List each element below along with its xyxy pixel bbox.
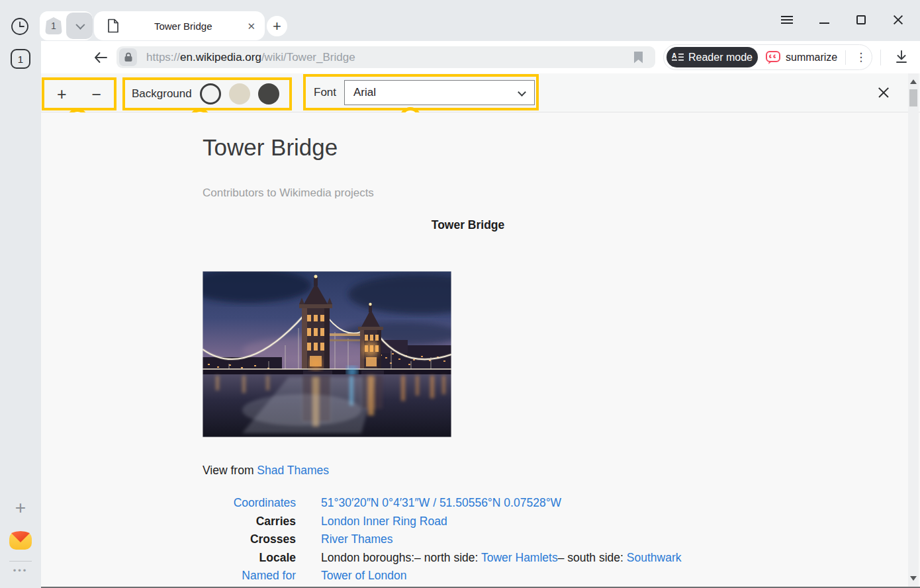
vertical-scrollbar[interactable] — [908, 73, 919, 587]
annotation-box-font: Font Arial — [303, 74, 539, 110]
mail-app-icon[interactable] — [9, 528, 32, 552]
locale-text-1: London boroughs:– north side: — [321, 551, 481, 564]
url-field[interactable]: https://en.wikipedia.org/wiki/Tower_Brid… — [116, 46, 655, 68]
url-scheme: https:// — [146, 51, 180, 63]
download-icon[interactable] — [894, 49, 909, 65]
window-controls — [780, 9, 905, 30]
article-byline: Contributors to Wikimedia projects — [203, 187, 374, 200]
background-label: Background — [132, 87, 192, 101]
link-coordinates[interactable]: Coordinates — [234, 496, 296, 509]
history-clock-icon[interactable] — [11, 17, 29, 36]
reader-toolbar-close-icon[interactable] — [876, 85, 892, 101]
background-swatch-sepia[interactable] — [229, 83, 250, 105]
summarize-label: summarize — [786, 52, 837, 63]
chevron-down-icon — [75, 21, 85, 30]
table-row: Named for Tower of London — [203, 567, 681, 585]
scrollbar-thumb[interactable] — [909, 89, 917, 106]
decrease-font-button[interactable]: − — [91, 86, 101, 103]
background-swatch-light[interactable] — [200, 83, 221, 105]
article-title: Tower Bridge — [203, 134, 338, 161]
sidebar-add-button[interactable]: + — [0, 497, 41, 519]
sidebar-more-icon[interactable]: ••• — [0, 566, 41, 575]
image-caption: View from Shad Thames — [203, 464, 329, 478]
svg-text:A: A — [672, 52, 676, 60]
window-menu-icon[interactable] — [780, 13, 794, 27]
link-shad-thames[interactable]: Shad Thames — [257, 464, 329, 477]
bookmark-icon[interactable] — [633, 52, 643, 63]
browser-window: 1 Tower Bridge ✕ + 1 + — [0, 0, 920, 588]
sidebar-divider — [9, 561, 32, 562]
actions-divider — [845, 50, 846, 65]
annotation-box-font-size: + − — [42, 77, 116, 110]
scroll-up-icon[interactable] — [910, 79, 917, 84]
tab-title: Tower Bridge — [119, 21, 247, 32]
image-caption-text: View from — [203, 464, 257, 477]
reader-toolbar: + − Background Font Arial 1 2 3 — [41, 73, 920, 112]
table-row: Coordinates 51°30′20″N 0°4′31″W / 51.505… — [203, 494, 681, 513]
locale-text-2: – south side: — [558, 551, 627, 564]
summarize-button[interactable]: summarize — [765, 50, 837, 65]
infobox-caption: Tower Bridge — [203, 218, 733, 232]
font-dropdown-value: Arial — [353, 86, 376, 99]
window-minimize-icon[interactable] — [817, 13, 831, 27]
locale-label: Locale — [203, 551, 296, 565]
summarize-quote-icon — [765, 50, 781, 65]
infobox-table: Coordinates 51°30′20″N 0°4′31″W / 51.505… — [203, 494, 681, 585]
link-tower-of-london[interactable]: Tower of London — [321, 569, 406, 582]
reader-mode-icon: A — [672, 52, 684, 62]
url-text[interactable]: https://en.wikipedia.org/wiki/Tower_Brid… — [146, 51, 355, 64]
address-bar: https://en.wikipedia.org/wiki/Tower_Brid… — [41, 41, 920, 73]
back-icon[interactable] — [92, 49, 109, 66]
reader-mode-button[interactable]: A Reader mode — [667, 47, 758, 67]
link-southwark[interactable]: Southwark — [627, 551, 682, 564]
carries-label: Carries — [203, 515, 296, 528]
toolbar-divider — [880, 50, 881, 65]
chevron-down-icon — [518, 88, 526, 97]
sidebar: 1 + ••• — [0, 41, 41, 588]
reader-content: Tower Bridge Contributors to Wikimedia p… — [41, 112, 920, 587]
table-row: Carries London Inner Ring Road — [203, 513, 681, 531]
coordinates-value-link[interactable]: 51°30′20″N 0°4′31″W / 51.50556°N 0.07528… — [321, 496, 561, 509]
tab-tower-bridge[interactable]: Tower Bridge ✕ — [94, 11, 265, 40]
crosses-label: Crosses — [203, 532, 296, 546]
link-tower-hamlets[interactable]: Tower Hamlets — [481, 551, 558, 564]
table-row: Locale London boroughs:– north side: Tow… — [203, 549, 681, 567]
annotation-box-background: Background — [122, 77, 292, 110]
window-maximize-icon[interactable] — [854, 13, 868, 27]
more-actions-icon[interactable]: ⋮ — [855, 50, 866, 64]
link-named-for[interactable]: Named for — [242, 569, 296, 582]
url-host: en.wikipedia.org — [180, 51, 261, 63]
tab-close-icon[interactable]: ✕ — [247, 21, 255, 31]
tab-strip: 1 Tower Bridge ✕ + — [0, 0, 920, 41]
lock-icon[interactable] — [119, 48, 137, 66]
tab-group-pill[interactable]: 1 — [40, 11, 93, 40]
sidebar-tab-counter[interactable]: 1 — [11, 49, 30, 69]
new-tab-button[interactable]: + — [267, 16, 287, 36]
page-icon — [107, 19, 119, 33]
font-dropdown[interactable]: Arial — [344, 80, 535, 105]
page-actions: A Reader mode — [663, 44, 872, 70]
tab-group-expand[interactable] — [66, 13, 93, 39]
tower-bridge-photo — [203, 271, 451, 437]
url-path: /wiki/Tower_Bridge — [261, 51, 355, 63]
font-label: Font — [314, 86, 336, 99]
window-close-icon[interactable] — [891, 13, 905, 27]
tab-group-count[interactable]: 1 — [45, 17, 62, 34]
background-swatch-dark[interactable] — [258, 83, 279, 105]
scroll-down-icon[interactable] — [910, 576, 917, 581]
link-river-thames[interactable]: River Thames — [321, 532, 393, 546]
reader-mode-label: Reader mode — [688, 52, 753, 63]
increase-font-button[interactable]: + — [57, 86, 67, 103]
link-london-inner-ring-road[interactable]: London Inner Ring Road — [321, 515, 447, 528]
table-row: Crosses River Thames — [203, 530, 681, 549]
